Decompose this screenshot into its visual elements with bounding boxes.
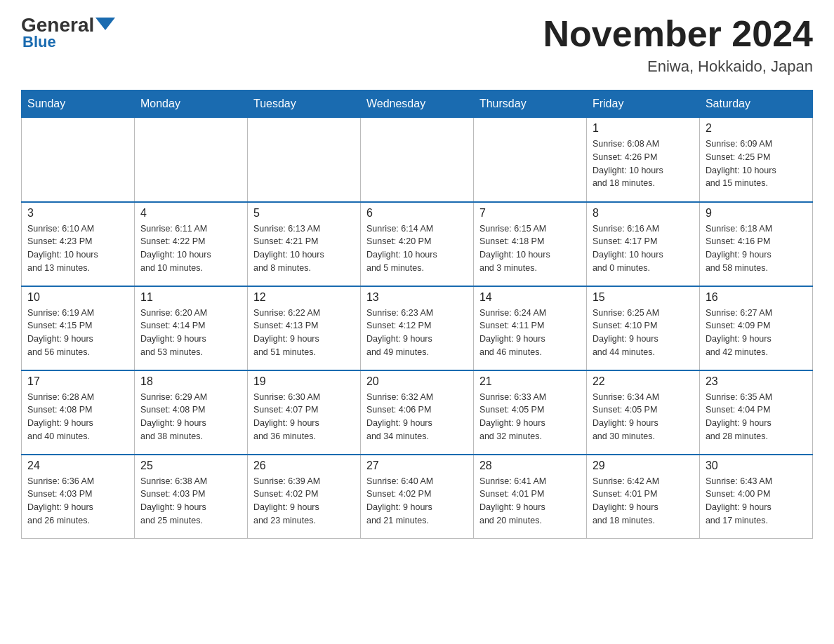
day-number: 5 <box>253 207 355 220</box>
calendar-cell <box>22 118 135 202</box>
calendar-header-row: SundayMondayTuesdayWednesdayThursdayFrid… <box>22 90 813 118</box>
day-info: Sunrise: 6:18 AM Sunset: 4:16 PM Dayligh… <box>706 222 807 275</box>
day-info: Sunrise: 6:28 AM Sunset: 4:08 PM Dayligh… <box>27 391 128 443</box>
day-number: 9 <box>706 207 807 220</box>
calendar-cell: 5Sunrise: 6:13 AM Sunset: 4:21 PM Daylig… <box>247 202 360 286</box>
day-number: 11 <box>140 291 241 304</box>
day-info: Sunrise: 6:33 AM Sunset: 4:05 PM Dayligh… <box>479 391 581 443</box>
day-info: Sunrise: 6:39 AM Sunset: 4:02 PM Dayligh… <box>253 475 355 528</box>
day-info: Sunrise: 6:20 AM Sunset: 4:14 PM Dayligh… <box>140 307 241 359</box>
day-number: 28 <box>479 459 581 472</box>
calendar-cell: 24Sunrise: 6:36 AM Sunset: 4:03 PM Dayli… <box>22 455 135 539</box>
day-info: Sunrise: 6:19 AM Sunset: 4:15 PM Dayligh… <box>27 307 128 359</box>
calendar-header-wednesday: Wednesday <box>360 90 473 118</box>
calendar-cell: 4Sunrise: 6:11 AM Sunset: 4:22 PM Daylig… <box>134 202 247 286</box>
calendar-cell: 30Sunrise: 6:43 AM Sunset: 4:00 PM Dayli… <box>699 455 812 539</box>
day-number: 4 <box>140 207 241 220</box>
calendar-cell: 11Sunrise: 6:20 AM Sunset: 4:14 PM Dayli… <box>134 286 247 370</box>
calendar-cell <box>247 118 360 202</box>
day-info: Sunrise: 6:43 AM Sunset: 4:00 PM Dayligh… <box>706 475 807 528</box>
day-info: Sunrise: 6:23 AM Sunset: 4:12 PM Dayligh… <box>366 307 468 359</box>
calendar-week-row: 17Sunrise: 6:28 AM Sunset: 4:08 PM Dayli… <box>22 370 813 455</box>
location-title: Eniwa, Hokkaido, Japan <box>543 58 813 76</box>
calendar-cell: 22Sunrise: 6:34 AM Sunset: 4:05 PM Dayli… <box>586 370 699 455</box>
day-number: 23 <box>706 375 807 388</box>
calendar-cell: 2Sunrise: 6:09 AM Sunset: 4:25 PM Daylig… <box>699 118 812 202</box>
calendar-cell <box>473 118 586 202</box>
calendar-cell: 25Sunrise: 6:38 AM Sunset: 4:03 PM Dayli… <box>134 455 247 539</box>
calendar-cell: 17Sunrise: 6:28 AM Sunset: 4:08 PM Dayli… <box>22 370 135 455</box>
calendar-cell: 23Sunrise: 6:35 AM Sunset: 4:04 PM Dayli… <box>699 370 812 455</box>
calendar-cell: 7Sunrise: 6:15 AM Sunset: 4:18 PM Daylig… <box>473 202 586 286</box>
day-number: 30 <box>706 459 807 472</box>
calendar-header-tuesday: Tuesday <box>247 90 360 118</box>
calendar-table: SundayMondayTuesdayWednesdayThursdayFrid… <box>21 90 813 539</box>
calendar-cell: 12Sunrise: 6:22 AM Sunset: 4:13 PM Dayli… <box>247 286 360 370</box>
calendar-week-row: 10Sunrise: 6:19 AM Sunset: 4:15 PM Dayli… <box>22 286 813 370</box>
logo-triangle-icon <box>95 18 115 30</box>
calendar-cell: 6Sunrise: 6:14 AM Sunset: 4:20 PM Daylig… <box>360 202 473 286</box>
day-number: 24 <box>27 459 128 472</box>
calendar-cell: 21Sunrise: 6:33 AM Sunset: 4:05 PM Dayli… <box>473 370 586 455</box>
calendar-cell: 18Sunrise: 6:29 AM Sunset: 4:08 PM Dayli… <box>134 370 247 455</box>
calendar-cell: 14Sunrise: 6:24 AM Sunset: 4:11 PM Dayli… <box>473 286 586 370</box>
calendar-cell: 10Sunrise: 6:19 AM Sunset: 4:15 PM Dayli… <box>22 286 135 370</box>
day-info: Sunrise: 6:25 AM Sunset: 4:10 PM Dayligh… <box>593 307 694 359</box>
calendar-cell: 28Sunrise: 6:41 AM Sunset: 4:01 PM Dayli… <box>473 455 586 539</box>
day-info: Sunrise: 6:15 AM Sunset: 4:18 PM Dayligh… <box>479 222 581 275</box>
month-title: November 2024 <box>543 14 813 54</box>
day-info: Sunrise: 6:24 AM Sunset: 4:11 PM Dayligh… <box>479 307 581 359</box>
day-info: Sunrise: 6:09 AM Sunset: 4:25 PM Dayligh… <box>706 137 807 190</box>
page-header: General Blue November 2024 Eniwa, Hokkai… <box>21 14 813 76</box>
day-info: Sunrise: 6:27 AM Sunset: 4:09 PM Dayligh… <box>706 307 807 359</box>
day-info: Sunrise: 6:22 AM Sunset: 4:13 PM Dayligh… <box>253 307 355 359</box>
day-number: 16 <box>706 291 807 304</box>
day-number: 18 <box>140 375 241 388</box>
day-info: Sunrise: 6:30 AM Sunset: 4:07 PM Dayligh… <box>253 391 355 443</box>
day-number: 12 <box>253 291 355 304</box>
calendar-cell <box>360 118 473 202</box>
calendar-week-row: 24Sunrise: 6:36 AM Sunset: 4:03 PM Dayli… <box>22 455 813 539</box>
day-info: Sunrise: 6:10 AM Sunset: 4:23 PM Dayligh… <box>27 222 128 275</box>
calendar-cell: 20Sunrise: 6:32 AM Sunset: 4:06 PM Dayli… <box>360 370 473 455</box>
day-info: Sunrise: 6:13 AM Sunset: 4:21 PM Dayligh… <box>253 222 355 275</box>
day-number: 3 <box>27 207 128 220</box>
calendar-cell: 9Sunrise: 6:18 AM Sunset: 4:16 PM Daylig… <box>699 202 812 286</box>
logo-blue: Blue <box>21 33 56 51</box>
calendar-cell: 27Sunrise: 6:40 AM Sunset: 4:02 PM Dayli… <box>360 455 473 539</box>
calendar-cell: 29Sunrise: 6:42 AM Sunset: 4:01 PM Dayli… <box>586 455 699 539</box>
calendar-cell: 13Sunrise: 6:23 AM Sunset: 4:12 PM Dayli… <box>360 286 473 370</box>
day-number: 22 <box>593 375 694 388</box>
day-info: Sunrise: 6:41 AM Sunset: 4:01 PM Dayligh… <box>479 475 581 528</box>
day-number: 27 <box>366 459 468 472</box>
calendar-cell <box>134 118 247 202</box>
day-number: 1 <box>593 122 694 135</box>
day-info: Sunrise: 6:34 AM Sunset: 4:05 PM Dayligh… <box>593 391 694 443</box>
day-number: 2 <box>706 122 807 135</box>
day-info: Sunrise: 6:42 AM Sunset: 4:01 PM Dayligh… <box>593 475 694 528</box>
calendar-cell: 26Sunrise: 6:39 AM Sunset: 4:02 PM Dayli… <box>247 455 360 539</box>
day-number: 13 <box>366 291 468 304</box>
day-number: 25 <box>140 459 241 472</box>
calendar-header-monday: Monday <box>134 90 247 118</box>
calendar-header-saturday: Saturday <box>699 90 812 118</box>
day-info: Sunrise: 6:29 AM Sunset: 4:08 PM Dayligh… <box>140 391 241 443</box>
day-number: 6 <box>366 207 468 220</box>
calendar-header-sunday: Sunday <box>22 90 135 118</box>
day-number: 29 <box>593 459 694 472</box>
calendar-cell: 19Sunrise: 6:30 AM Sunset: 4:07 PM Dayli… <box>247 370 360 455</box>
day-number: 15 <box>593 291 694 304</box>
calendar-week-row: 1Sunrise: 6:08 AM Sunset: 4:26 PM Daylig… <box>22 118 813 202</box>
day-number: 26 <box>253 459 355 472</box>
calendar-cell: 1Sunrise: 6:08 AM Sunset: 4:26 PM Daylig… <box>586 118 699 202</box>
day-info: Sunrise: 6:35 AM Sunset: 4:04 PM Dayligh… <box>706 391 807 443</box>
day-number: 19 <box>253 375 355 388</box>
calendar-header-thursday: Thursday <box>473 90 586 118</box>
calendar-header-friday: Friday <box>586 90 699 118</box>
day-info: Sunrise: 6:32 AM Sunset: 4:06 PM Dayligh… <box>366 391 468 443</box>
logo: General Blue <box>21 14 115 51</box>
calendar-cell: 3Sunrise: 6:10 AM Sunset: 4:23 PM Daylig… <box>22 202 135 286</box>
calendar-cell: 16Sunrise: 6:27 AM Sunset: 4:09 PM Dayli… <box>699 286 812 370</box>
calendar-cell: 8Sunrise: 6:16 AM Sunset: 4:17 PM Daylig… <box>586 202 699 286</box>
calendar-week-row: 3Sunrise: 6:10 AM Sunset: 4:23 PM Daylig… <box>22 202 813 286</box>
